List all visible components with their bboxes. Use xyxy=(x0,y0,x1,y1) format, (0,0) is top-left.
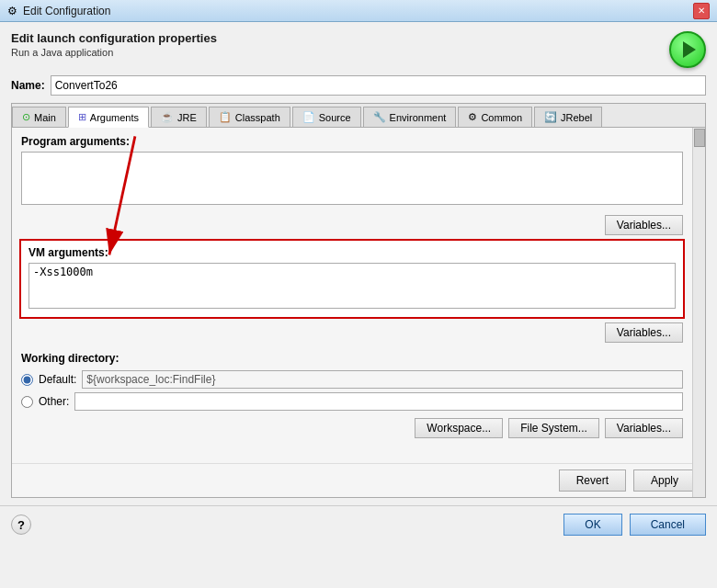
dialog-title: Edit launch configuration properties xyxy=(11,31,217,45)
tab-arguments[interactable]: ⊞ Arguments xyxy=(68,107,149,128)
name-input[interactable] xyxy=(51,75,706,96)
other-radio-label: Other: xyxy=(39,395,69,408)
tab-classpath[interactable]: 📋 Classpath xyxy=(209,107,290,127)
name-row: Name: xyxy=(11,75,706,96)
name-label: Name: xyxy=(11,79,45,92)
default-radio-row: Default: xyxy=(21,370,683,389)
title-bar: ⚙ Edit Configuration ✕ xyxy=(0,0,717,22)
ok-button[interactable]: OK xyxy=(563,514,621,536)
title-bar-title: Edit Configuration xyxy=(23,5,110,17)
vm-arguments-textarea[interactable]: -Xss1000m xyxy=(28,263,676,309)
run-triangle xyxy=(683,41,696,58)
working-directory-section: Working directory: Default: Other: Works… xyxy=(12,346,692,444)
tab-environment[interactable]: 🔧 Environment xyxy=(363,107,457,127)
working-directory-label: Working directory: xyxy=(21,352,683,365)
source-icon: 📄 xyxy=(302,111,315,123)
tab-main[interactable]: ⊙ Main xyxy=(12,107,66,127)
tab-arguments-label: Arguments xyxy=(90,112,139,123)
program-arguments-textarea[interactable] xyxy=(21,152,683,205)
revert-button[interactable]: Revert xyxy=(559,469,626,492)
other-radio-row: Other: xyxy=(21,392,683,411)
bottom-action-buttons: OK Cancel xyxy=(563,514,706,536)
dialog-subtitle: Run a Java application xyxy=(11,47,217,58)
environment-icon: 🔧 xyxy=(373,111,386,123)
dialog-header-text: Edit launch configuration properties Run… xyxy=(11,31,217,58)
program-arguments-label: Program arguments: xyxy=(21,135,683,148)
classpath-icon: 📋 xyxy=(219,111,232,123)
tabs-panel: ⊙ Main ⊞ Arguments ☕ JRE 📋 Classpath 📄 S… xyxy=(11,103,706,498)
tab-jrebel[interactable]: 🔄 JRebel xyxy=(534,107,602,127)
working-dir-variables-button[interactable]: Variables... xyxy=(605,418,683,438)
tab-source[interactable]: 📄 Source xyxy=(292,107,361,127)
tab-common-label: Common xyxy=(481,112,522,123)
default-dir-input[interactable] xyxy=(82,370,683,389)
scrollbar-track[interactable] xyxy=(692,128,705,497)
apply-button[interactable]: Apply xyxy=(633,469,696,492)
program-arguments-section: Program arguments: xyxy=(12,128,692,215)
default-radio-label: Default: xyxy=(39,373,76,386)
vm-arguments-label: VM arguments: xyxy=(28,246,676,259)
revert-apply-row: Revert Apply xyxy=(12,463,705,497)
tab-main-label: Main xyxy=(34,112,56,123)
title-bar-icon: ⚙ xyxy=(7,5,17,17)
program-variables-btn-row: Variables... xyxy=(12,215,692,239)
default-radio[interactable] xyxy=(21,374,33,386)
tab-source-label: Source xyxy=(319,112,351,123)
bottom-buttons-row: ? OK Cancel xyxy=(0,505,717,543)
main-icon: ⊙ xyxy=(22,111,30,123)
scrollbar-thumb[interactable] xyxy=(694,129,705,147)
tab-classpath-label: Classpath xyxy=(235,112,280,123)
tab-common[interactable]: ⚙ Common xyxy=(458,107,532,127)
tabs-bar: ⊙ Main ⊞ Arguments ☕ JRE 📋 Classpath 📄 S… xyxy=(12,104,705,128)
jre-icon: ☕ xyxy=(161,111,174,123)
tab-jre-label: JRE xyxy=(177,112,197,123)
dialog-body: Edit launch configuration properties Run… xyxy=(0,22,717,505)
arguments-icon: ⊞ xyxy=(78,111,86,123)
program-variables-button[interactable]: Variables... xyxy=(605,215,683,235)
dialog-header: Edit launch configuration properties Run… xyxy=(11,31,706,68)
vm-variables-btn-row: Variables... xyxy=(12,322,692,346)
vm-variables-button[interactable]: Variables... xyxy=(605,322,683,343)
tab-jrebel-label: JRebel xyxy=(561,112,592,123)
help-button[interactable]: ? xyxy=(11,514,31,535)
file-system-button[interactable]: File System... xyxy=(508,418,599,438)
other-radio[interactable] xyxy=(21,396,33,408)
workspace-buttons-row: Workspace... File System... Variables... xyxy=(21,414,683,438)
vm-arguments-section: VM arguments: -Xss1000m xyxy=(19,239,685,319)
cancel-button[interactable]: Cancel xyxy=(630,514,706,536)
common-icon: ⚙ xyxy=(468,111,477,123)
close-button[interactable]: ✕ xyxy=(693,3,710,19)
other-dir-input[interactable] xyxy=(74,392,683,411)
run-icon[interactable] xyxy=(669,31,706,68)
workspace-button[interactable]: Workspace... xyxy=(415,418,503,438)
arguments-tab-content: Program arguments: Variables... VM argum… xyxy=(12,128,705,497)
tab-jre[interactable]: ☕ JRE xyxy=(151,107,207,127)
jrebel-icon: 🔄 xyxy=(544,111,557,123)
tab-environment-label: Environment xyxy=(390,112,447,123)
